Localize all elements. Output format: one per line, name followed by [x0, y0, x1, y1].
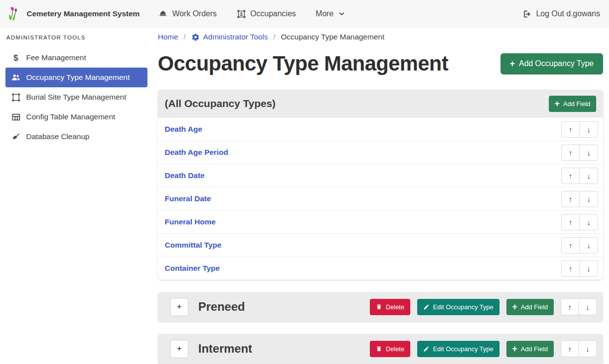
- plus-icon: +: [510, 59, 515, 68]
- plus-icon: +: [512, 302, 518, 311]
- add-occupancy-type-button[interactable]: + Add Occupancy Type: [501, 53, 603, 74]
- field-row: Death Age Period ↑ ↓: [158, 141, 603, 164]
- breadcrumb-home-link[interactable]: Home: [158, 33, 178, 41]
- edit-occupancy-type-button[interactable]: Edit Occupancy Type: [417, 299, 500, 315]
- expand-section-button[interactable]: +: [170, 340, 188, 358]
- delete-occupancy-type-button[interactable]: Delete: [370, 299, 410, 315]
- top-navbar: Cemetery Management System Work Orders O: [0, 0, 609, 28]
- move-down-button[interactable]: ↓: [579, 145, 598, 161]
- nav-occupancies-label: Occupancies: [251, 9, 296, 18]
- reorder-controls: ↑ ↓: [561, 121, 598, 138]
- move-down-button[interactable]: ↓: [579, 121, 598, 138]
- breadcrumb-separator: /: [273, 33, 275, 41]
- add-field-label: Add Field: [521, 345, 548, 353]
- add-field-button[interactable]: + Add Field: [506, 299, 554, 315]
- add-field-label: Add Field: [563, 100, 590, 108]
- reorder-controls: ↑ ↓: [561, 145, 598, 161]
- sidebar-heading: ADMINISTRATOR TOOLS: [6, 35, 153, 40]
- logout-button[interactable]: Log Out d.gowans: [522, 9, 600, 19]
- move-up-button[interactable]: ↑: [561, 191, 580, 207]
- logout-label: Log Out d.gowans: [536, 9, 600, 18]
- move-down-button[interactable]: ↓: [579, 260, 598, 277]
- expand-section-button[interactable]: +: [170, 298, 188, 316]
- move-down-button[interactable]: ↓: [579, 214, 598, 230]
- move-up-button[interactable]: ↑: [561, 340, 579, 357]
- field-link-death-age-period[interactable]: Death Age Period: [165, 148, 561, 157]
- nav-work-orders[interactable]: Work Orders: [158, 9, 216, 19]
- move-up-button[interactable]: ↑: [561, 298, 579, 315]
- reorder-controls: ↑ ↓: [561, 298, 597, 315]
- move-up-button[interactable]: ↑: [561, 168, 580, 184]
- nav-occupancies[interactable]: Occupancies: [237, 9, 296, 19]
- move-down-button[interactable]: ↓: [579, 168, 598, 184]
- page-title: Occupancy Type Management: [158, 49, 448, 78]
- move-down-button[interactable]: ↓: [578, 340, 597, 357]
- occupancy-type-section-interment: + Interment Delete Edit Occupancy Type: [158, 334, 603, 364]
- add-occupancy-type-label: Add Occupancy Type: [519, 59, 594, 68]
- broom-icon: [10, 132, 22, 142]
- vector-square-icon: [10, 93, 22, 102]
- breadcrumb-admin-tools-link[interactable]: Administrator Tools: [191, 33, 268, 41]
- breadcrumb-current: Occupancy Type Management: [281, 33, 385, 41]
- move-up-button[interactable]: ↑: [561, 237, 580, 254]
- move-up-button[interactable]: ↑: [561, 214, 580, 230]
- hard-hat-icon: [158, 9, 168, 19]
- nav-more-label: More: [316, 9, 333, 18]
- field-link-death-age[interactable]: Death Age: [165, 125, 561, 134]
- app-brand[interactable]: Cemetery Management System: [7, 6, 140, 21]
- main-content: Home / Administrator Tools / Occupancy T…: [153, 28, 609, 364]
- trash-icon: [376, 303, 382, 310]
- sidebar-item-label: Config Table Management: [26, 112, 115, 121]
- sidebar-item-label: Fee Management: [26, 53, 86, 62]
- breadcrumb-admin-tools-label: Administrator Tools: [203, 33, 268, 41]
- delete-label: Delete: [386, 303, 404, 311]
- edit-occupancy-type-label: Edit Occupancy Type: [433, 303, 494, 311]
- move-down-button[interactable]: ↓: [579, 237, 598, 254]
- reorder-controls: ↑ ↓: [561, 191, 598, 207]
- sidebar-item-label: Database Cleanup: [26, 132, 89, 141]
- delete-occupancy-type-button[interactable]: Delete: [370, 341, 410, 357]
- field-link-funeral-home[interactable]: Funeral Home: [165, 218, 561, 226]
- field-row: Committal Type ↑ ↓: [158, 233, 603, 256]
- field-row: Death Age ↑ ↓: [158, 117, 603, 141]
- field-link-death-date[interactable]: Death Date: [165, 171, 561, 180]
- breadcrumb-separator: /: [183, 33, 185, 41]
- trash-icon: [376, 345, 382, 352]
- breadcrumb: Home / Administrator Tools / Occupancy T…: [158, 33, 603, 41]
- sidebar-item-occupancy-type-management[interactable]: Occupancy Type Management: [5, 68, 147, 87]
- dollar-icon: $: [10, 54, 22, 62]
- field-row: Container Type ↑ ↓: [158, 256, 603, 280]
- reorder-controls: ↑ ↓: [561, 260, 598, 277]
- edit-occupancy-type-button[interactable]: Edit Occupancy Type: [417, 341, 500, 357]
- section-title: Interment: [198, 342, 363, 356]
- reorder-controls: ↑ ↓: [561, 237, 598, 254]
- field-link-funeral-date[interactable]: Funeral Date: [165, 194, 561, 203]
- add-field-button[interactable]: + Add Field: [549, 96, 596, 112]
- field-row: Death Date ↑ ↓: [158, 164, 603, 187]
- all-occupancy-types-header: (All Occupancy Types) + Add Field: [158, 90, 603, 117]
- sidebar-item-database-cleanup[interactable]: Database Cleanup: [5, 127, 147, 146]
- section-title: Preneed: [198, 300, 363, 314]
- move-up-button[interactable]: ↑: [561, 145, 580, 161]
- move-up-button[interactable]: ↑: [561, 121, 580, 138]
- delete-label: Delete: [386, 345, 404, 353]
- sidebar-item-config-table-management[interactable]: Config Table Management: [5, 107, 147, 127]
- move-up-button[interactable]: ↑: [561, 260, 580, 277]
- plus-icon: +: [512, 344, 518, 353]
- sidebar-item-burial-site-type-management[interactable]: Burial Site Type Management: [5, 87, 147, 107]
- move-down-button[interactable]: ↓: [579, 191, 598, 207]
- sign-out-icon: [522, 9, 532, 19]
- field-link-container-type[interactable]: Container Type: [165, 264, 561, 273]
- add-field-button[interactable]: + Add Field: [506, 341, 554, 357]
- sidebar-item-fee-management[interactable]: $ Fee Management: [5, 48, 147, 68]
- sidebar-item-label: Burial Site Type Management: [26, 93, 126, 102]
- occupancy-type-section-preneed: + Preneed Delete Edit Occupancy Type: [158, 292, 603, 322]
- reorder-controls: ↑ ↓: [561, 168, 598, 184]
- add-field-label: Add Field: [521, 303, 548, 311]
- move-down-button[interactable]: ↓: [578, 298, 597, 315]
- sidebar: ADMINISTRATOR TOOLS $ Fee Management Occ…: [0, 28, 153, 364]
- nav-more[interactable]: More: [316, 9, 345, 18]
- field-link-committal-type[interactable]: Committal Type: [165, 241, 561, 250]
- field-row: Funeral Date ↑ ↓: [158, 187, 603, 210]
- pencil-icon: [423, 304, 430, 310]
